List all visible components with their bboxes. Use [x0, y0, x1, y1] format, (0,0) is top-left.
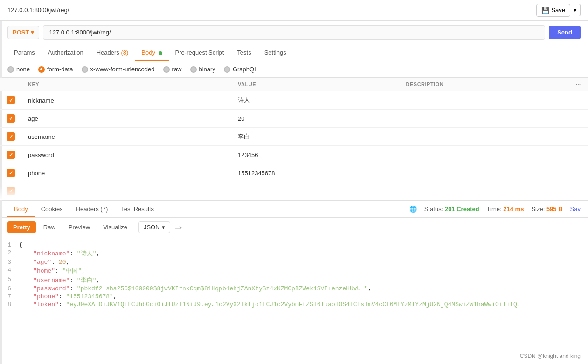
response-save-link[interactable]: Sav [570, 206, 581, 213]
radio-none-icon [7, 66, 14, 73]
size-value: 595 B [546, 206, 563, 213]
body-type-row: none form-data x-www-form-urlencoded raw… [0, 61, 588, 78]
response-tab-test-results[interactable]: Test Results [114, 201, 160, 217]
more-cell-3 [569, 128, 588, 146]
code-line-8: 8 "token": "eyJ0eXAiOiJKV1QiLCJhbGciOiJI… [0, 301, 588, 309]
view-preview-button[interactable]: Preview [63, 221, 96, 233]
time-value: 214 ms [503, 206, 524, 213]
radio-form-data[interactable]: form-data [38, 66, 73, 73]
value-cell-1: 诗人 [231, 91, 400, 110]
row-checkbox-3[interactable] [7, 132, 15, 141]
line-num-6: 6 [0, 285, 19, 292]
size-label: Size: 595 B [531, 206, 562, 213]
radio-raw-label: raw [172, 66, 182, 73]
tab-headers[interactable]: Headers (8) [90, 44, 135, 61]
line-content-8: "token": "eyJ0eXAiOiJKV1QiLCJhbGciOiJIUz… [19, 301, 588, 308]
table-row: nickname 诗人 [0, 91, 588, 110]
code-line-2: 2 "nickname": "诗人", [0, 249, 588, 258]
key-cell-4: password [21, 146, 231, 164]
radio-urlencoded-icon [82, 66, 88, 73]
row-checkbox-5[interactable] [7, 169, 15, 177]
desc-cell-2 [400, 110, 569, 128]
radio-urlencoded[interactable]: x-www-form-urlencoded [82, 66, 155, 73]
radio-raw-icon [163, 66, 170, 73]
col-check [0, 78, 21, 91]
wrap-button[interactable]: ⇒ [175, 222, 182, 233]
method-select[interactable]: POST ▾ [7, 26, 39, 39]
params-table: KEY VALUE DESCRIPTION ··· nickname 诗人 ag… [0, 78, 588, 200]
col-key: KEY [21, 78, 231, 91]
row-checkbox-2[interactable] [7, 114, 15, 123]
tab-params[interactable]: Params [7, 44, 42, 61]
view-raw-button[interactable]: Raw [38, 221, 61, 233]
desc-cell-3 [400, 128, 569, 146]
radio-binary-icon [190, 66, 197, 73]
key-cell-3: username [21, 128, 231, 146]
line-num-2: 2 [0, 249, 19, 256]
save-dropdown-button[interactable]: ▾ [570, 4, 581, 16]
headers-badge: (8) [121, 49, 128, 56]
globe-icon: 🌐 [409, 206, 417, 213]
response-tab-cookies[interactable]: Cookies [35, 201, 69, 217]
format-select[interactable]: JSON ▾ [138, 221, 170, 233]
code-line-6: 6 "password": "pbkdf2_sha256$100000$8jwV… [0, 285, 588, 293]
status-value: 201 Created [445, 206, 479, 213]
send-button[interactable]: Send [549, 26, 581, 39]
line-num-1: 1 [0, 241, 19, 248]
value-cell-5: 15512345678 [231, 164, 400, 182]
response-meta: 🌐 Status: 201 Created Time: 214 ms Size:… [409, 206, 581, 213]
json-code-content: 1 { 2 "nickname": "诗人", 3 "age": 20, 4 "… [0, 237, 588, 312]
key-cell-5: phone [21, 164, 231, 182]
tab-tests[interactable]: Tests [230, 44, 257, 61]
radio-graphql[interactable]: GraphQL [224, 66, 257, 73]
radio-raw[interactable]: raw [163, 66, 182, 73]
more-cell-4 [569, 146, 588, 164]
more-cell-1 [569, 91, 588, 110]
line-content-3: "age": 20, [19, 259, 588, 266]
chevron-down-icon: ▾ [574, 7, 577, 14]
value-cell-2: 20 [231, 110, 400, 128]
tab-pre-request[interactable]: Pre-request Script [169, 44, 231, 61]
more-cell-5 [569, 164, 588, 182]
line-content-6: "password": "pbkdf2_sha256$100000$8jwVKI… [19, 285, 588, 292]
code-line-7: 7 "phone": "15512345678", [0, 293, 588, 301]
line-content-2: "nickname": "诗人", [19, 249, 588, 258]
radio-binary[interactable]: binary [190, 66, 215, 73]
tab-settings[interactable]: Settings [258, 44, 293, 61]
line-content-5: "username": "李白", [19, 276, 588, 284]
key-cell-1: nickname [21, 91, 231, 110]
response-tab-headers[interactable]: Headers (7) [69, 201, 115, 217]
response-tabs-left: Body Cookies Headers (7) Test Results [7, 201, 160, 217]
body-dot [159, 51, 162, 55]
top-bar: 127.0.0.1:8000/jwt/reg/ 💾 Save ▾ [0, 0, 588, 21]
radio-none[interactable]: none [7, 66, 30, 73]
line-content-7: "phone": "15512345678", [19, 293, 588, 300]
save-button[interactable]: 💾 Save [536, 4, 570, 17]
table-row: username 李白 [0, 128, 588, 146]
url-input[interactable] [43, 25, 545, 40]
view-visualize-button[interactable]: Visualize [97, 221, 133, 233]
row-checkbox-4[interactable] [7, 151, 15, 159]
tab-authorization[interactable]: Authorization [42, 44, 90, 61]
format-chevron-icon: ▾ [162, 224, 165, 231]
params-table-wrapper: KEY VALUE DESCRIPTION ··· nickname 诗人 ag… [0, 78, 588, 200]
view-pretty-button[interactable]: Pretty [7, 221, 36, 233]
json-code-area: 1 { 2 "nickname": "诗人", 3 "age": 20, 4 "… [0, 237, 588, 335]
line-num-7: 7 [0, 293, 19, 300]
tab-body[interactable]: Body [135, 44, 168, 61]
response-tabs-row: Body Cookies Headers (7) Test Results 🌐 … [0, 200, 588, 218]
value-cell-3: 李白 [231, 128, 400, 146]
row-checkbox-1[interactable] [7, 96, 15, 104]
status-label: Status: 201 Created [424, 206, 479, 213]
response-tab-body[interactable]: Body [7, 201, 35, 217]
code-line-4: 4 "home": "中国", [0, 266, 588, 275]
radio-binary-label: binary [199, 66, 215, 73]
response-toolbar: Pretty Raw Preview Visualize JSON ▾ ⇒ [0, 218, 588, 237]
line-content-4: "home": "中国", [19, 267, 588, 275]
radio-form-data-label: form-data [47, 66, 73, 73]
top-bar-url: 127.0.0.1:8000/jwt/reg/ [7, 7, 69, 14]
time-label: Time: 214 ms [487, 206, 524, 213]
more-cell-2 [569, 110, 588, 128]
url-bar-area: POST ▾ Send [0, 21, 588, 44]
line-content-1: { [19, 241, 588, 248]
